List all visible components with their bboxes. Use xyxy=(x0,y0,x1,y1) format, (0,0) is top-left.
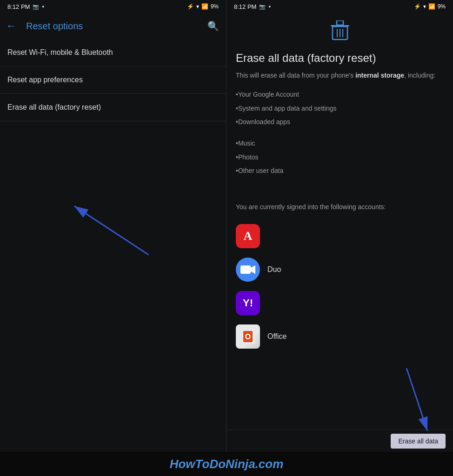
bullet-downloaded-apps: •Downloaded apps xyxy=(236,115,444,129)
bluetooth-icon: ⚡ xyxy=(187,3,194,10)
left-status-bar: 8:12 PM 📷 • ⚡ ▾ 📶 9% xyxy=(0,0,226,13)
search-button[interactable]: 🔍 xyxy=(204,17,222,35)
description-plain: This will erase all data from your phone… xyxy=(236,72,355,79)
bullet-system-data: •System and app data and settings xyxy=(236,102,444,116)
battery-text-right: 9% xyxy=(438,3,446,10)
dot-icon: • xyxy=(42,3,44,10)
description-text: This will erase all data from your phone… xyxy=(236,71,444,80)
svg-line-1 xyxy=(74,206,149,255)
battery-text: 9% xyxy=(211,3,219,10)
adobe-icon: A xyxy=(236,224,260,248)
account-yahoo: Y! xyxy=(236,286,444,320)
signal-icon: 📶 xyxy=(201,3,208,10)
camera-icon: 📷 xyxy=(33,4,39,10)
bullet-other-data: •Other user data xyxy=(236,164,444,178)
account-adobe: A xyxy=(236,219,444,253)
trash-icon xyxy=(331,20,349,45)
account-office: O Office xyxy=(236,320,444,353)
description-bold: internal storage xyxy=(355,72,404,79)
bullet-photos: •Photos xyxy=(236,151,444,165)
trash-icon-container xyxy=(236,20,444,45)
dot-icon-right: • xyxy=(268,3,271,10)
svg-marker-9 xyxy=(251,265,255,274)
spacer-1 xyxy=(236,129,444,137)
menu-item-factory-reset[interactable]: Erase all data (factory reset) xyxy=(0,94,226,121)
right-status-icons: ⚡ ▾ 📶 9% xyxy=(414,3,446,10)
office-label: Office xyxy=(267,332,287,341)
right-content: Erase all data (factory reset) This will… xyxy=(226,13,453,430)
wifi-icon-right: ▾ xyxy=(423,3,426,10)
duo-label: Duo xyxy=(267,265,281,274)
description-end: , including: xyxy=(404,72,435,79)
right-panel: 8:12 PM 📷 • ⚡ ▾ 📶 9% xyxy=(226,0,453,452)
account-duo: Duo xyxy=(236,253,444,286)
signed-in-text: You are currently signed into the follow… xyxy=(236,202,444,212)
bluetooth-icon-right: ⚡ xyxy=(414,3,421,10)
menu-container: Reset Wi-Fi, mobile & Bluetooth Reset ap… xyxy=(0,39,226,452)
yahoo-icon: Y! xyxy=(236,291,260,315)
spacer-2 xyxy=(236,178,444,185)
left-status-icons: ⚡ ▾ 📶 9% xyxy=(187,3,219,10)
wifi-icon: ▾ xyxy=(196,3,199,10)
signal-icon-right: 📶 xyxy=(428,3,435,10)
camera-icon-right: 📷 xyxy=(259,4,266,10)
svg-rect-3 xyxy=(337,20,343,25)
svg-text:O: O xyxy=(245,333,251,341)
menu-item-wifi[interactable]: Reset Wi-Fi, mobile & Bluetooth xyxy=(0,39,226,66)
right-status-bar: 8:12 PM 📷 • ⚡ ▾ 📶 9% xyxy=(226,0,453,13)
right-time: 8:12 PM 📷 • xyxy=(234,3,271,10)
duo-icon xyxy=(236,258,260,282)
watermark-text: HowToDoNinja.com xyxy=(170,457,284,471)
spacer-3 xyxy=(236,185,444,193)
toolbar: ← Reset options 🔍 xyxy=(0,13,226,39)
menu-item-app-prefs[interactable]: Reset app preferences xyxy=(0,66,226,94)
bottom-action-bar: Erase all data xyxy=(226,430,453,452)
watermark-bar: HowToDoNinja.com xyxy=(0,452,453,476)
left-time: 8:12 PM 📷 • xyxy=(7,3,44,10)
factory-reset-title: Erase all data (factory reset) xyxy=(236,51,444,65)
office-icon: O xyxy=(236,324,260,349)
left-panel: 8:12 PM 📷 • ⚡ ▾ 📶 9% ← Reset options 🔍 xyxy=(0,0,226,452)
page-title: Reset options xyxy=(26,21,198,32)
back-button[interactable]: ← xyxy=(2,17,20,35)
erase-all-data-button[interactable]: Erase all data xyxy=(391,434,446,449)
bullet-google-account: •Your Google Account xyxy=(236,88,444,102)
svg-rect-8 xyxy=(240,265,251,274)
bullet-music: •Music xyxy=(236,137,444,151)
